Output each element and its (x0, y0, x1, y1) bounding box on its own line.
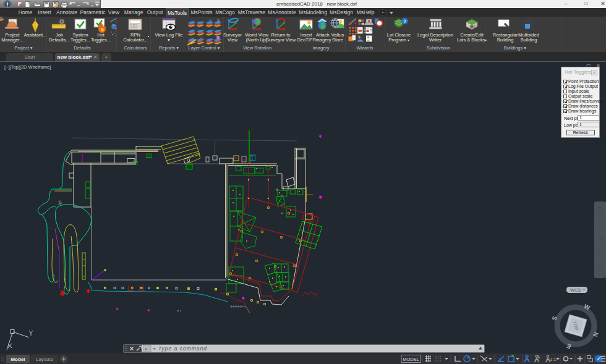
svg-text:?: ? (403, 19, 406, 24)
svg-text:HH: HH (470, 25, 475, 28)
svg-text:1:1: 1:1 (550, 357, 556, 362)
svg-text:U: U (200, 19, 202, 22)
svg-text:Layout1: Layout1 (36, 357, 54, 362)
svg-text:>: > (145, 347, 147, 352)
svg-text:M: M (217, 27, 220, 31)
svg-text:X: X (200, 36, 202, 40)
svg-text:G: G (209, 36, 211, 40)
svg-text:MODEL: MODEL (403, 357, 419, 362)
svg-text:C: C (209, 27, 211, 31)
svg-text:I: I (192, 27, 192, 31)
svg-text:WCS: WCS (570, 287, 581, 293)
svg-text:I: I (192, 19, 192, 22)
svg-text:Model: Model (11, 357, 25, 362)
